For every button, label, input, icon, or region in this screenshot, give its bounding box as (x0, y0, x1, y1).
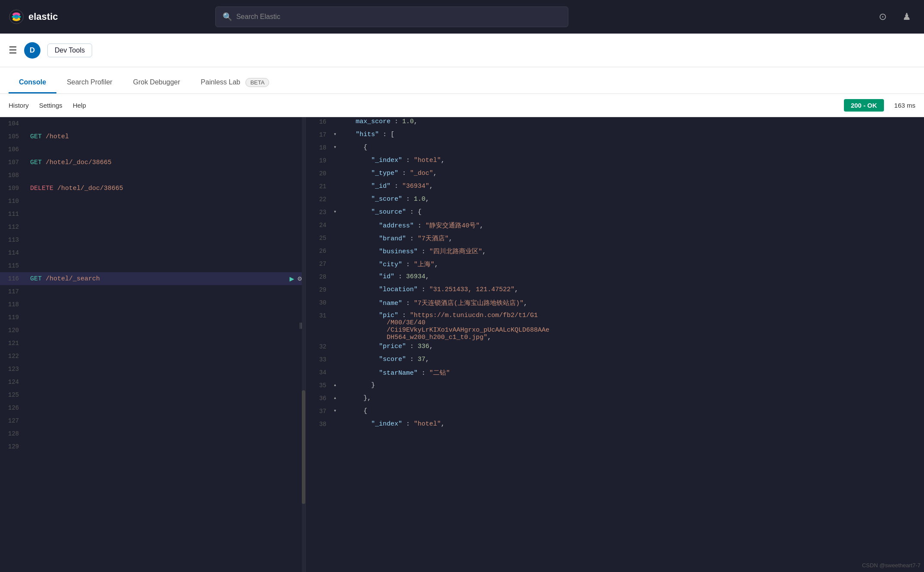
tab-search-profiler[interactable]: Search Profiler (56, 72, 123, 93)
code-line-128: 128 (0, 427, 305, 440)
right-output-panel: 16 max_score : 1.0, 17 ▾ "hits" : [ 18 ▾… (306, 117, 924, 572)
search-placeholder: Search Elastic (236, 13, 280, 21)
json-line-20: 20 "_type" : "_doc", (306, 169, 924, 182)
code-line-109: 109 DELETE /hotel/_doc/38665 (0, 182, 305, 195)
wrench-button[interactable]: ⚙ (298, 274, 302, 283)
json-line-24: 24 "address" : "静安交通路40号", (306, 221, 924, 233)
json-line-22: 22 "_score" : 1.0, (306, 195, 924, 208)
toolbar: History Settings Help 200 - OK 163 ms (0, 94, 924, 117)
run-button[interactable]: ▶ (290, 274, 295, 283)
json-line-32: 32 "price" : 336, (306, 342, 924, 355)
user-icon[interactable]: ♟ (898, 8, 915, 25)
avatar[interactable]: D (24, 42, 40, 59)
main-content: 104 105 GET /hotel 106 107 GET /hotel/_d… (0, 117, 924, 572)
code-line-115: 115 (0, 259, 305, 272)
code-line-105: 105 GET /hotel (0, 130, 305, 143)
logo-area: elastic (9, 9, 58, 25)
code-line-111: 111 (0, 208, 305, 221)
tab-painless-lab[interactable]: Painless Lab BETA (190, 72, 279, 93)
search-bar[interactable]: 🔍 Search Elastic (215, 6, 568, 27)
code-lines: 104 105 GET /hotel 106 107 GET /hotel/_d… (0, 117, 305, 453)
json-line-17: 17 ▾ "hits" : [ (306, 130, 924, 143)
code-line-126: 126 (0, 401, 305, 414)
code-line-119: 119 (0, 311, 305, 324)
elastic-logo-icon (9, 9, 24, 25)
code-line-114: 114 (0, 246, 305, 259)
left-scroll-thumb[interactable] (302, 390, 305, 504)
json-line-37: 37 ▾ { (306, 407, 924, 420)
panel-divider[interactable]: ‖ (299, 322, 303, 329)
code-line-110: 110 (0, 195, 305, 208)
code-line-108: 108 (0, 169, 305, 182)
json-line-31: 31 "pic" : "https://m.tuniucdn.com/fb2/t… (306, 311, 924, 342)
left-scrollbar[interactable] (302, 117, 305, 572)
svg-point-4 (14, 14, 19, 19)
json-line-21: 21 "_id" : "36934", (306, 182, 924, 195)
json-line-35: 35 ▴ } (306, 381, 924, 394)
code-line-129: 129 (0, 440, 305, 453)
json-line-38: 38 "_index" : "hotel", (306, 420, 924, 432)
json-line-29: 29 "location" : "31.251433, 121.47522", (306, 285, 924, 298)
json-line-19: 19 "_index" : "hotel", (306, 156, 924, 169)
top-navigation: elastic 🔍 Search Elastic ⊙ ♟ (0, 0, 924, 34)
hamburger-icon[interactable]: ☰ (9, 45, 17, 56)
json-line-27: 27 "city" : "上海", (306, 259, 924, 272)
dev-tools-button[interactable]: Dev Tools (47, 44, 92, 57)
code-line-118: 118 (0, 298, 305, 311)
code-line-117: 117 (0, 285, 305, 298)
json-line-16: 16 max_score : 1.0, (306, 117, 924, 130)
search-icon: 🔍 (223, 12, 232, 22)
code-line-116: 116 GET /hotel/_search ▶ ⚙ (0, 272, 305, 285)
code-line-106: 106 (0, 143, 305, 156)
json-output: 16 max_score : 1.0, 17 ▾ "hits" : [ 18 ▾… (306, 117, 924, 432)
code-line-113: 113 (0, 233, 305, 246)
json-line-26: 26 "business" : "四川北路商业区", (306, 246, 924, 259)
settings-button[interactable]: Settings (39, 102, 62, 109)
app-bar: ☰ D Dev Tools (0, 34, 924, 67)
json-line-33: 33 "score" : 37, (306, 355, 924, 368)
code-line-123: 123 (0, 363, 305, 376)
code-line-124: 124 (0, 376, 305, 389)
code-line-104: 104 (0, 117, 305, 130)
json-line-25: 25 "brand" : "7天酒店", (306, 233, 924, 246)
left-editor-panel: 104 105 GET /hotel 106 107 GET /hotel/_d… (0, 117, 306, 572)
code-line-125: 125 (0, 389, 305, 401)
logo-text: elastic (28, 11, 58, 22)
response-time: 163 ms (894, 102, 915, 109)
watermark: CSDN @sweetheart7-7 (862, 562, 921, 569)
code-line-120: 120 (0, 324, 305, 337)
json-line-30: 30 "name" : "7天连锁酒店(上海宝山路地铁站店)", (306, 298, 924, 311)
code-line-127: 127 (0, 414, 305, 427)
tab-grok-debugger[interactable]: Grok Debugger (123, 72, 190, 93)
code-line-121: 121 (0, 337, 305, 350)
history-button[interactable]: History (9, 102, 29, 109)
help-icon[interactable]: ⊙ (874, 8, 891, 25)
code-line-122: 122 (0, 350, 305, 363)
beta-badge: BETA (245, 78, 269, 87)
help-button[interactable]: Help (73, 102, 86, 109)
nav-icons: ⊙ ♟ (874, 8, 915, 25)
json-line-18: 18 ▾ { (306, 143, 924, 156)
tabs-bar: Console Search Profiler Grok Debugger Pa… (0, 67, 924, 94)
tab-console[interactable]: Console (9, 72, 56, 93)
json-line-34: 34 "starName" : "二钻" (306, 368, 924, 381)
code-line-112: 112 (0, 221, 305, 233)
json-line-23: 23 ▾ "_source" : { (306, 208, 924, 221)
json-line-28: 28 "id" : 36934, (306, 272, 924, 285)
code-line-107: 107 GET /hotel/_doc/38665 (0, 156, 305, 169)
json-line-36: 36 ▴ }, (306, 394, 924, 407)
status-badge: 200 - OK (844, 99, 884, 112)
